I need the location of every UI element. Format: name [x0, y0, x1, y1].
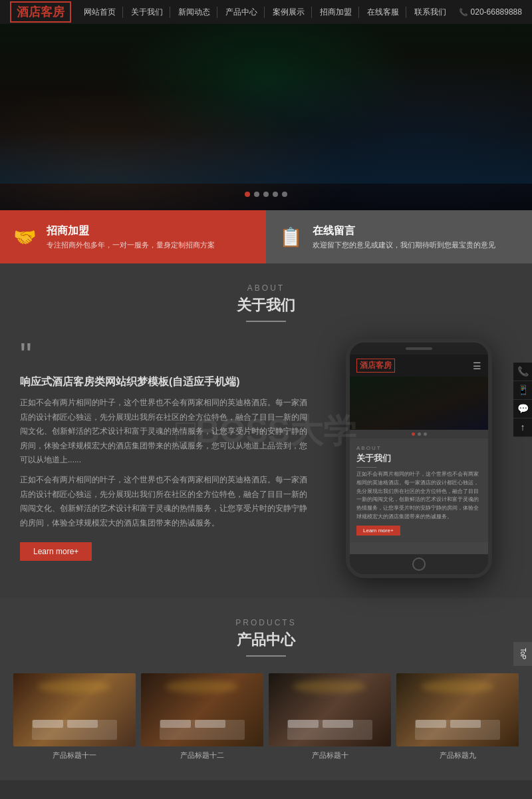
phone-dots	[350, 430, 488, 438]
about-left: " 响应式酒店客房类网站织梦模板(自适应手机端) 正如不会有两片相同的叶子，这个…	[20, 339, 313, 561]
franchise-icon: 🤝	[13, 226, 37, 248]
top-button[interactable]: ToP	[513, 642, 532, 666]
phone-hero-img	[350, 377, 488, 430]
message-title: 在线留言	[313, 224, 495, 238]
bed-visual-1	[13, 673, 136, 746]
about-title-line	[246, 321, 286, 322]
message-text: 在线留言 欢迎留下您的意见或建议，我们期待听到您最宝贵的意见	[313, 224, 495, 250]
hero-banner	[0, 24, 532, 210]
product-img-4	[396, 673, 519, 746]
about-quote: "	[20, 339, 313, 372]
product-item-1[interactable]: 产品标题十一	[13, 673, 136, 760]
phone-about-en: ABOUT	[356, 445, 481, 451]
franchise-text: 招商加盟 专注招商外包多年，一对一服务，量身定制招商方案	[47, 224, 215, 250]
phone-learn-more[interactable]: Learn more+	[356, 526, 400, 536]
message-desc: 欢迎留下您的意见或建议，我们期待听到您最宝贵的意见	[313, 240, 495, 250]
nav-contact[interactable]: 联系我们	[408, 7, 453, 18]
hero-dot-4[interactable]	[273, 192, 278, 197]
bed-pillow-3	[160, 720, 191, 728]
header-phone: 020-66889888	[459, 7, 522, 17]
franchise-strip[interactable]: 🤝 招商加盟 专注招商外包多年，一对一服务，量身定制招商方案	[0, 210, 266, 263]
product-label-4: 产品标题九	[396, 750, 519, 760]
nav-products[interactable]: 产品中心	[219, 7, 265, 18]
about-subtitle: 响应式酒店客房类网站织梦模板(自适应手机端)	[20, 375, 313, 389]
phone-logo: 酒店客房	[356, 359, 395, 373]
product-img-1	[13, 673, 136, 746]
hero-dot-2[interactable]	[254, 192, 259, 197]
about-title: ABOUT 关于我们	[0, 283, 532, 322]
product-label-2: 产品标题十二	[141, 750, 263, 760]
franchise-desc: 专注招商外包多年，一对一服务，量身定制招商方案	[47, 240, 215, 250]
phone-menu-icon: ☰	[473, 361, 481, 371]
franchise-title: 招商加盟	[47, 224, 215, 238]
product-label-3: 产品标题十	[269, 750, 391, 760]
nav-franchise[interactable]: 招商加盟	[313, 7, 359, 18]
hero-overlay	[0, 24, 532, 210]
about-section: ABOUT 关于我们 □BOSS大学 " 响应式酒店客房类网站织梦模板(自适应手…	[0, 263, 532, 598]
bed-pillow-8	[450, 720, 481, 728]
news-section: 12 09月 建网站需要什么 你需要知道这些 建设企业网站的好处，人员下降，效率…	[0, 780, 532, 799]
phone-dot-2	[418, 432, 421, 436]
bed-pillow-1	[33, 720, 63, 728]
products-title: PRODUCTS 产品中心	[0, 618, 532, 657]
phone-screen-header: 酒店客房 ☰	[350, 355, 488, 377]
bed-visual-4	[396, 673, 519, 746]
sidebar-qr-btn[interactable]: 📱	[513, 381, 532, 400]
product-img-3	[269, 673, 391, 746]
products-section: PRODUCTS 产品中心 产品标题十一	[0, 598, 532, 780]
about-content: " 响应式酒店客房类网站织梦模板(自适应手机端) 正如不会有两片相同的叶子，这个…	[0, 339, 532, 578]
product-item-4[interactable]: 产品标题九	[396, 673, 519, 760]
product-item-2[interactable]: 产品标题十二	[141, 673, 263, 760]
room-light	[38, 680, 111, 693]
message-strip[interactable]: 📋 在线留言 欢迎留下您的意见或建议，我们期待听到您最宝贵的意见	[266, 210, 532, 263]
about-title-cn: 关于我们	[0, 295, 532, 315]
product-item-3[interactable]: 产品标题十	[269, 673, 391, 760]
nav-home[interactable]: 网站首页	[77, 7, 123, 18]
message-icon: 📋	[279, 226, 303, 248]
sidebar-phone-btn[interactable]: 📞	[513, 363, 532, 381]
bed-pillow-2	[67, 720, 98, 728]
bed-pillow-7	[416, 720, 446, 728]
phone-about-text: 正如不会有两片相同的叶子，这个世界也不会有两家相同的英迪格酒店。每一家酒店的设计…	[356, 470, 481, 522]
hero-dot-1[interactable]	[245, 192, 250, 197]
hero-dots	[245, 192, 287, 197]
phone-about: ABOUT 关于我们 正如不会有两片相同的叶子，这个世界也不会有两家相同的英迪格…	[350, 438, 488, 542]
about-right: 酒店客房 ☰ ABOUT 关于我们 正如不会有两片相同的叶子，这个世界也不会有两…	[326, 339, 512, 578]
room-light-3	[293, 680, 366, 693]
main-nav: 网站首页 关于我们 新闻动态 产品中心 案例展示 招商加盟 在线客服 联系我们	[77, 7, 453, 18]
hero-dot-5[interactable]	[282, 192, 287, 197]
products-title-line	[246, 655, 286, 657]
nav-about[interactable]: 关于我们	[124, 7, 170, 18]
bed-pillow-5	[288, 720, 319, 728]
about-title-en: ABOUT	[0, 283, 532, 293]
nav-service[interactable]: 在线客服	[360, 7, 406, 18]
about-body-1: 正如不会有两片相同的叶子，这个世界也不会有两家相同的英迪格酒店。每一家酒店的设计…	[20, 396, 313, 468]
sidebar-chat-btn[interactable]: 💬	[513, 400, 532, 418]
bed-visual-3	[269, 673, 391, 746]
banner-strips: 🤝 招商加盟 专注招商外包多年，一对一服务，量身定制招商方案 📋 在线留言 欢迎…	[0, 210, 532, 263]
phone-dot-3	[424, 432, 427, 436]
phone-about-line	[356, 467, 376, 468]
bed-visual-2	[141, 673, 263, 746]
phone-bottom	[350, 554, 488, 574]
products-title-cn: 产品中心	[0, 630, 532, 650]
sidebar-fixed: 📞 📱 💬 ↑	[513, 363, 532, 437]
phone-home-button	[412, 558, 426, 571]
products-grid: 产品标题十一 产品标题十二 产品	[0, 673, 532, 760]
phone-mockup: 酒店客房 ☰ ABOUT 关于我们 正如不会有两片相同的叶子，这个世界也不会有两…	[346, 339, 492, 578]
about-body-2: 正如不会有两片相同的叶子，这个世界也不会有两家相同的英迪格酒店。每一家酒店的设计…	[20, 473, 313, 530]
about-learn-more[interactable]: Learn more+	[20, 542, 92, 561]
bed-pillow-4	[195, 720, 225, 728]
sidebar-top-btn[interactable]: ↑	[513, 418, 532, 437]
phone-screen: 酒店客房 ☰ ABOUT 关于我们 正如不会有两片相同的叶子，这个世界也不会有两…	[350, 355, 488, 554]
phone-dot-1	[412, 432, 415, 436]
nav-cases[interactable]: 案例展示	[266, 7, 312, 18]
bed-pillow-6	[323, 720, 353, 728]
phone-about-cn: 关于我们	[356, 452, 481, 464]
room-light-4	[421, 680, 494, 693]
hero-dot-3[interactable]	[263, 192, 269, 197]
phone-top	[350, 343, 488, 355]
site-logo[interactable]: 酒店客房	[10, 1, 71, 23]
nav-news[interactable]: 新闻动态	[172, 7, 217, 18]
product-label-1: 产品标题十一	[13, 750, 136, 760]
